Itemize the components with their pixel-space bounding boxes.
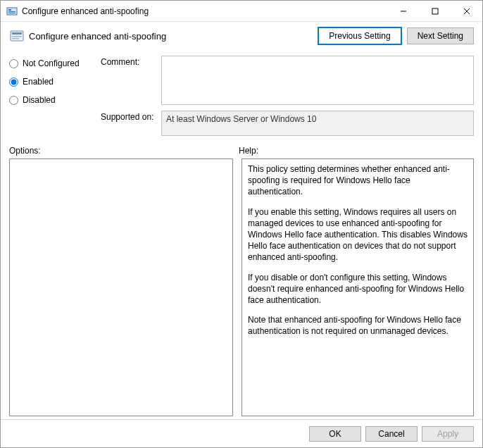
help-paragraph: Note that enhanced anti-spoofing for Win… bbox=[248, 314, 468, 337]
supported-on-value: At least Windows Server or Windows 10 bbox=[161, 111, 474, 136]
help-panel: This policy setting determines whether e… bbox=[242, 158, 474, 416]
help-paragraph: If you disable or don't configure this s… bbox=[248, 272, 468, 306]
window-title: Configure enhanced anti-spoofing bbox=[22, 6, 387, 16]
policy-icon bbox=[9, 28, 25, 44]
comment-label: Comment: bbox=[101, 56, 161, 67]
help-label: Help: bbox=[239, 146, 258, 156]
svg-rect-11 bbox=[12, 38, 19, 39]
help-paragraph: This policy setting determines whether e… bbox=[248, 163, 468, 198]
minimize-button[interactable] bbox=[387, 1, 419, 21]
app-icon bbox=[6, 6, 18, 17]
ok-button[interactable]: OK bbox=[309, 426, 361, 442]
svg-rect-10 bbox=[12, 36, 22, 37]
apply-button[interactable]: Apply bbox=[422, 426, 474, 442]
header-title: Configure enhanced anti-spoofing bbox=[29, 31, 313, 42]
help-paragraph: If you enable this setting, Windows requ… bbox=[248, 206, 468, 263]
title-bar: Configure enhanced anti-spoofing bbox=[1, 1, 482, 22]
close-button[interactable] bbox=[451, 1, 482, 21]
options-label: Options: bbox=[9, 146, 239, 156]
svg-rect-3 bbox=[8, 13, 15, 13]
svg-rect-9 bbox=[12, 32, 22, 35]
options-panel bbox=[9, 158, 233, 416]
radio-label: Enabled bbox=[23, 77, 54, 87]
supported-on-label: Supported on: bbox=[101, 111, 161, 122]
next-setting-button[interactable]: Next Setting bbox=[407, 27, 474, 44]
dialog-window: Configure enhanced anti-spoofing Configu… bbox=[0, 0, 483, 448]
radio-disabled[interactable]: Disabled bbox=[9, 95, 101, 105]
comment-input[interactable] bbox=[161, 56, 474, 105]
header-row: Configure enhanced anti-spoofing Previou… bbox=[1, 22, 482, 50]
radio-enabled[interactable]: Enabled bbox=[9, 77, 101, 87]
radio-not-configured[interactable]: Not Configured bbox=[9, 58, 101, 68]
previous-setting-button[interactable]: Previous Setting bbox=[318, 27, 401, 44]
radio-label: Not Configured bbox=[23, 58, 80, 68]
svg-rect-5 bbox=[432, 8, 438, 14]
state-radio-group: Not Configured Enabled Disabled bbox=[9, 56, 101, 136]
svg-rect-1 bbox=[8, 9, 11, 11]
radio-label: Disabled bbox=[23, 95, 56, 105]
svg-rect-2 bbox=[8, 11, 15, 12]
maximize-button[interactable] bbox=[419, 1, 451, 21]
dialog-footer: OK Cancel Apply bbox=[1, 419, 482, 447]
cancel-button[interactable]: Cancel bbox=[365, 426, 418, 442]
